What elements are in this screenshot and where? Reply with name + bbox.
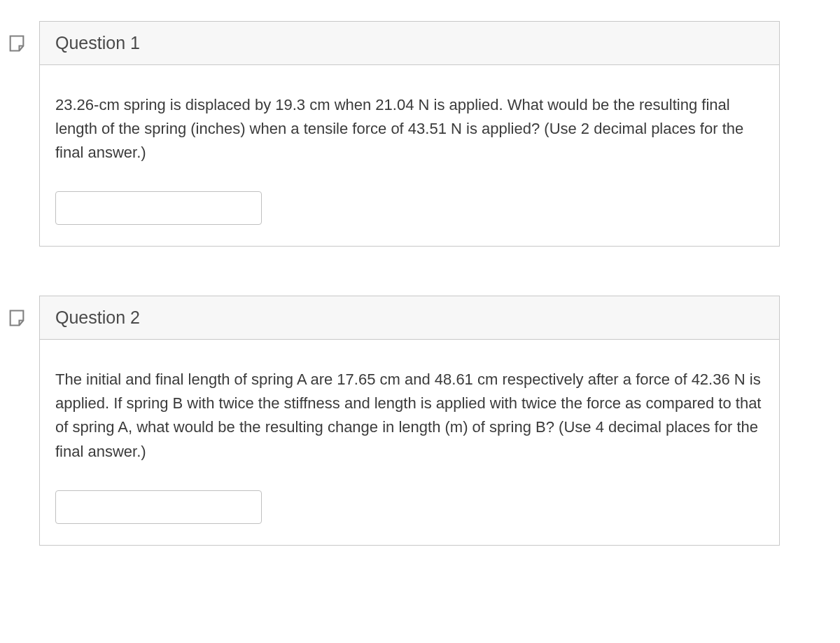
sticky-note-icon <box>7 308 27 328</box>
question-block-2: Question 2 The initial and final length … <box>7 296 840 545</box>
question-text: 23.26-cm spring is displaced by 19.3 cm … <box>55 93 764 165</box>
question-header: Question 2 <box>40 296 779 340</box>
question-header: Question 1 <box>40 22 779 65</box>
question-body: 23.26-cm spring is displaced by 19.3 cm … <box>40 65 779 246</box>
answer-input[interactable] <box>55 490 262 524</box>
question-block-1: Question 1 23.26-cm spring is displaced … <box>7 21 840 247</box>
question-card: Question 2 The initial and final length … <box>39 296 780 545</box>
question-title: Question 1 <box>55 33 140 53</box>
answer-input[interactable] <box>55 191 262 225</box>
question-card: Question 1 23.26-cm spring is displaced … <box>39 21 780 247</box>
question-title: Question 2 <box>55 307 140 328</box>
question-text: The initial and final length of spring A… <box>55 368 764 463</box>
question-body: The initial and final length of spring A… <box>40 340 779 544</box>
sticky-note-icon <box>7 34 27 53</box>
